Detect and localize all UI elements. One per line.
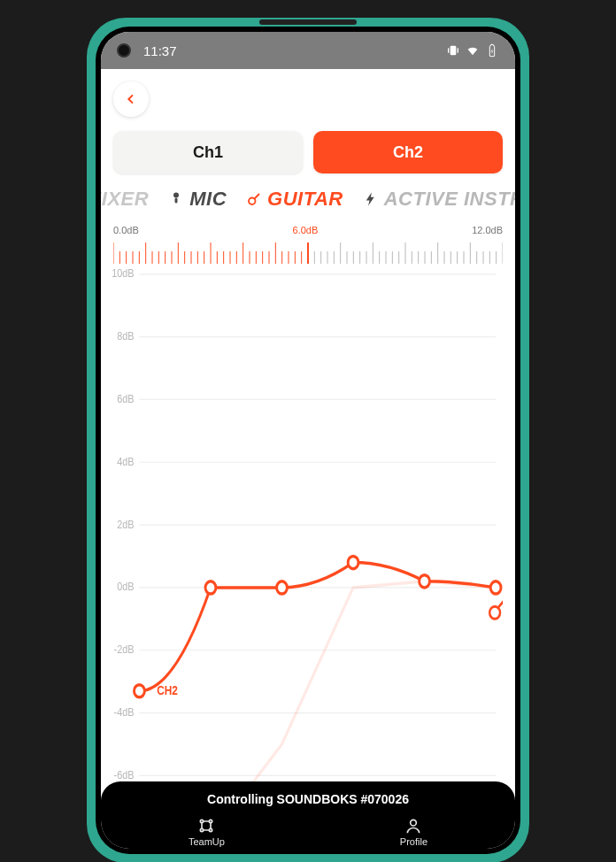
svg-text:2dB: 2dB (117, 518, 134, 531)
svg-point-105 (411, 820, 417, 826)
svg-point-3 (173, 193, 179, 198)
svg-text:-2dB: -2dB (114, 643, 135, 656)
svg-rect-1 (448, 48, 449, 52)
svg-text:8dB: 8dB (117, 329, 134, 342)
phone-bezel: 11:37 Ch1 Ch2 (96, 27, 520, 854)
svg-rect-0 (450, 46, 457, 56)
gain-min-label: 0.0dB (113, 225, 139, 235)
svg-text:-4dB: -4dB (114, 705, 135, 719)
mode-active-instr-label: ACTIVE INSTR (384, 188, 515, 211)
teamup-icon (197, 817, 215, 835)
chevron-left-icon (124, 92, 138, 106)
svg-text:CH2: CH2 (157, 683, 178, 697)
channel-ch1-label: Ch1 (193, 143, 223, 162)
svg-point-100 (210, 828, 212, 831)
header (101, 69, 515, 127)
svg-point-93 (490, 581, 501, 594)
gain-labels: 0.0dB 6.0dB 12.0dB (113, 225, 503, 235)
gain-value-label: 6.0dB (293, 225, 319, 235)
battery-icon (485, 43, 499, 58)
channel-ch1[interactable]: Ch1 (113, 131, 303, 173)
gain-ruler[interactable] (113, 237, 503, 264)
svg-point-90 (277, 581, 288, 594)
vibrate-icon (446, 43, 460, 58)
mic-icon (168, 191, 184, 207)
svg-point-92 (420, 575, 430, 588)
guitar-icon (246, 191, 262, 207)
mode-scroller[interactable]: MIXER MIC GUITAR ACTIVE INSTR (101, 182, 515, 216)
guitar-icon (489, 600, 503, 619)
channel-ch2[interactable]: Ch2 (313, 131, 503, 173)
back-button[interactable] (113, 81, 149, 117)
mode-active-instr[interactable]: ACTIVE INSTR (363, 188, 515, 211)
svg-text:10dB: 10dB (112, 266, 134, 280)
svg-rect-4 (175, 198, 178, 204)
svg-point-91 (348, 557, 358, 569)
gain-control[interactable]: 0.0dB 6.0dB 12.0dB (101, 216, 515, 264)
svg-text:6dB: 6dB (117, 392, 134, 405)
mode-mixer[interactable]: MIXER (101, 188, 149, 211)
mode-mic-label: MIC (189, 188, 227, 211)
eq-chart[interactable]: 10dB8dB6dB4dB2dB0dB-2dB-4dB-6dB-8dBCH2 (101, 264, 515, 849)
status-icons (446, 43, 499, 58)
svg-line-6 (254, 194, 259, 199)
bottom-sheet[interactable]: Controlling SOUNDBOKS #070026 TeamUp Pro… (101, 781, 515, 849)
mode-guitar-label: GUITAR (267, 188, 343, 211)
nav-teamup[interactable]: TeamUp (189, 817, 225, 847)
svg-text:4dB: 4dB (117, 455, 134, 468)
bolt-icon (363, 191, 379, 207)
gain-max-label: 12.0dB (472, 225, 503, 235)
profile-icon (404, 817, 422, 835)
nav-teamup-label: TeamUp (189, 836, 225, 847)
clock: 11:37 (143, 43, 177, 58)
svg-line-96 (497, 600, 503, 608)
channel-ch2-label: Ch2 (393, 143, 423, 162)
mode-mic[interactable]: MIC (168, 188, 227, 211)
phone-frame: 11:37 Ch1 Ch2 (87, 18, 529, 862)
bottom-nav: TeamUp Profile (101, 817, 515, 847)
screen: 11:37 Ch1 Ch2 (101, 32, 515, 849)
channel-segmented: Ch1 Ch2 (101, 127, 515, 182)
nav-profile[interactable]: Profile (400, 817, 427, 847)
controlling-status: Controlling SOUNDBOKS #070026 (101, 792, 515, 806)
mode-mixer-label: MIXER (101, 188, 149, 211)
earpiece (259, 19, 357, 25)
mode-guitar[interactable]: GUITAR (246, 188, 343, 211)
svg-point-98 (210, 820, 212, 822)
status-bar: 11:37 (101, 32, 515, 69)
svg-rect-2 (458, 48, 458, 52)
svg-point-88 (135, 685, 145, 697)
front-camera (117, 43, 131, 58)
svg-text:-6dB: -6dB (114, 768, 135, 781)
nav-profile-label: Profile (400, 836, 427, 847)
svg-point-99 (201, 828, 204, 831)
svg-point-97 (201, 820, 204, 822)
svg-text:0dB: 0dB (117, 581, 134, 594)
wifi-icon (466, 43, 480, 58)
svg-point-89 (205, 581, 216, 594)
